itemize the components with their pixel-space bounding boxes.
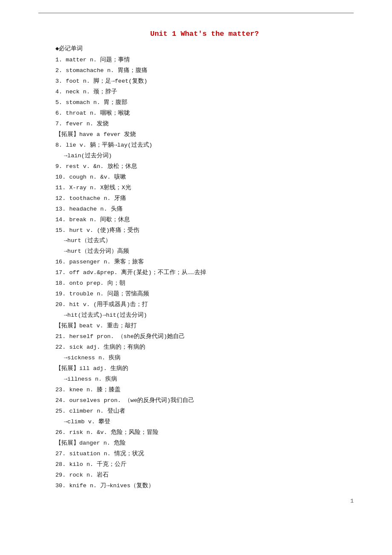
vocab-item: →climb v. 攀登 — [55, 417, 354, 428]
vocab-item: 22. sick adj. 生病的；有病的 — [55, 342, 354, 353]
vocab-item: →hurt（过去式） — [55, 236, 354, 246]
vocab-item: →hurt（过去分词）高频 — [55, 246, 354, 257]
vocab-item: 3. foot n. 脚；足→feet(复数) — [55, 76, 354, 87]
vocab-item: 23. knee n. 膝；膝盖 — [55, 385, 354, 396]
vocab-item: 7. fever n. 发烧 — [55, 119, 354, 130]
vocab-item: →lain(过去分词) — [55, 151, 354, 162]
top-border — [38, 13, 354, 13]
page-title: Unit 1 What's the matter? — [55, 30, 354, 38]
vocab-item: 11. X-ray n. X射线；X光 — [55, 183, 354, 194]
vocab-item: →hit(过去式)→hit(过去分词) — [55, 310, 354, 321]
section-header: ◆必记单词 — [55, 45, 354, 52]
vocab-item: 9. rest v. &n. 放松；休息 — [55, 162, 354, 172]
vocab-item: 【拓展】ill adj. 生病的 — [55, 364, 354, 374]
vocab-item: 15. hurt v. (使)疼痛；受伤 — [55, 225, 354, 236]
page-number: 1 — [350, 498, 354, 504]
vocab-item: 12. toothache n. 牙痛 — [55, 194, 354, 204]
vocab-item: 29. rock n. 岩石 — [55, 470, 354, 481]
vocab-item: 25. climber n. 登山者 — [55, 406, 354, 417]
vocab-item: 30. knife n. 刀→knives（复数） — [55, 481, 354, 491]
vocab-item: 27. situation n. 情况；状况 — [55, 449, 354, 460]
vocab-item: 21. herself pron. （she的反身代词)她自己 — [55, 332, 354, 342]
vocab-item: 2. stomachache n. 胃痛；腹痛 — [55, 66, 354, 76]
vocab-item: 28. kilo n. 千克；公斤 — [55, 460, 354, 470]
vocab-item: 16. passenger n. 乘客；旅客 — [55, 257, 354, 268]
vocab-list: 1. matter n. 问题；事情2. stomachache n. 胃痛；腹… — [55, 55, 354, 491]
vocab-item: 8. lie v. 躺；平躺→lay(过去式) — [55, 140, 354, 151]
vocab-item: 10. cough n. &v. 咳嗽 — [55, 172, 354, 183]
vocab-item: 18. onto prep. 向；朝 — [55, 278, 354, 289]
page-container: Unit 1 What's the matter? ◆必记单词 1. matte… — [0, 0, 392, 517]
vocab-item: 6. throat n. 咽喉；喉咙 — [55, 108, 354, 119]
vocab-item: →illness n. 疾病 — [55, 374, 354, 385]
vocab-item: 26. risk n. &v. 危险；风险；冒险 — [55, 428, 354, 438]
vocab-item: 17. off adv.&prep. 离开(某处)；不工作；从……去掉 — [55, 268, 354, 278]
vocab-item: →sickness n. 疾病 — [55, 353, 354, 364]
vocab-item: 【拓展】danger n. 危险 — [55, 438, 354, 449]
vocab-item: 【拓展】have a fever 发烧 — [55, 130, 354, 140]
vocab-item: 1. matter n. 问题；事情 — [55, 55, 354, 66]
vocab-item: 19. trouble n. 问题；苦恼高频 — [55, 289, 354, 300]
vocab-item: 20. hit v. (用手或器具)击；打 — [55, 300, 354, 310]
vocab-item: 24. ourselves pron. （we的反身代词)我们自己 — [55, 396, 354, 406]
vocab-item: 13. headache n. 头痛 — [55, 204, 354, 215]
vocab-item: 【拓展】beat v. 重击；敲打 — [55, 321, 354, 332]
vocab-item: 4. neck n. 颈；脖子 — [55, 87, 354, 98]
vocab-item: 14. break n. 间歇；休息 — [55, 215, 354, 225]
vocab-item: 5. stomach n. 胃；腹部 — [55, 98, 354, 108]
